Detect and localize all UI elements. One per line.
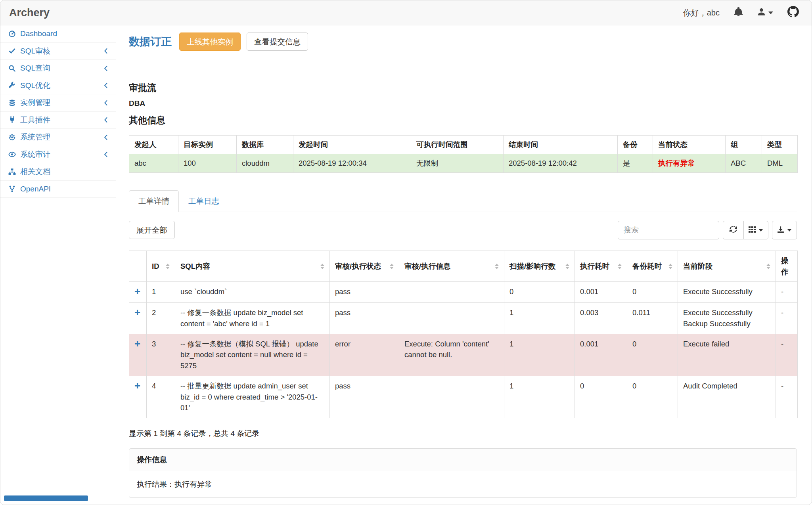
eye-icon xyxy=(8,151,20,158)
chevron-left-icon xyxy=(104,65,108,71)
chevron-left-icon xyxy=(104,48,108,54)
columns-button[interactable] xyxy=(743,221,768,239)
expand-row-button[interactable]: + xyxy=(134,339,140,349)
sort-icon xyxy=(320,264,324,269)
expand-all-button[interactable]: 展开全部 xyxy=(129,221,175,239)
cell-expand: + xyxy=(129,303,147,334)
caret-down-icon xyxy=(787,229,792,231)
col-header-id[interactable]: ID xyxy=(147,251,175,282)
cell-info xyxy=(399,376,504,418)
cell-action: - xyxy=(776,376,798,418)
cell-affected-rows: 1 xyxy=(504,334,575,376)
info-cell-initiator: abc xyxy=(129,154,178,172)
sidebar-item-tools-plugins[interactable]: 工具插件 xyxy=(0,112,116,129)
cell-sql: -- 修复一条数据 update biz_model set content =… xyxy=(175,303,330,334)
table-row: + 1 use `clouddm` pass 0 0.001 0 Execute… xyxy=(129,282,798,303)
cell-backup-time: 0 xyxy=(627,334,678,376)
chevron-left-icon xyxy=(104,117,108,123)
expand-row-button[interactable]: + xyxy=(134,286,140,296)
github-link[interactable] xyxy=(787,6,799,19)
check-icon xyxy=(8,47,20,55)
navbar-right: 你好，abc xyxy=(683,6,799,19)
sidebar-item-openapi[interactable]: OpenAPI xyxy=(0,181,116,198)
sql-header-row: ID SQL内容 审核/执行状态 审核/执行信息 扫描/影响行数 执行耗时 备份… xyxy=(129,251,798,282)
export-button[interactable] xyxy=(772,221,797,239)
sidebar-item-label: 系统管理 xyxy=(20,132,50,142)
info-cell-backup: 是 xyxy=(618,154,653,172)
tab-workorder-detail[interactable]: 工单详情 xyxy=(129,190,179,212)
tab-workorder-log[interactable]: 工单日志 xyxy=(179,190,229,212)
col-header-exec-time[interactable]: 执行耗时 xyxy=(575,251,627,282)
user-menu-button[interactable] xyxy=(757,8,773,18)
approval-flow-title: 审批流 xyxy=(129,82,797,94)
sort-icon xyxy=(390,264,394,269)
chevron-left-icon xyxy=(104,82,108,88)
main-content: 数据订正 上线其他实例 查看提交信息 审批流 DBA 其他信息 发起人 目标实例… xyxy=(116,25,812,505)
sort-icon xyxy=(495,264,499,269)
col-header-expand xyxy=(129,251,147,282)
cell-expand: + xyxy=(129,334,147,376)
notifications-button[interactable] xyxy=(734,7,743,18)
expand-row-button[interactable]: + xyxy=(134,381,140,391)
chevron-left-icon xyxy=(104,151,108,157)
col-header-backup-time[interactable]: 备份耗时 xyxy=(627,251,678,282)
sidebar-item-docs[interactable]: 相关文档 xyxy=(0,163,116,181)
info-data-row: abc 100 clouddm 2025-08-19 12:00:34 无限制 … xyxy=(129,154,798,172)
cell-info xyxy=(399,303,504,334)
wrench-icon xyxy=(8,82,20,89)
sort-icon xyxy=(166,264,170,269)
person-icon xyxy=(757,8,766,18)
cell-backup-time: 0 xyxy=(627,282,678,303)
info-col-exec-window: 可执行时间范围 xyxy=(411,136,504,154)
caret-down-icon xyxy=(768,11,773,14)
app-brand[interactable]: Archery xyxy=(9,7,50,19)
sidebar-item-label: OpenAPI xyxy=(20,185,51,193)
search-input[interactable] xyxy=(618,221,719,239)
info-header-row: 发起人 目标实例 数据库 发起时间 可执行时间范围 结束时间 备份 当前状态 组… xyxy=(129,136,798,154)
sidebar-item-sql-audit[interactable]: SQL审核 xyxy=(0,43,116,60)
cell-id: 2 xyxy=(147,303,175,334)
cell-exec-time: 0 xyxy=(575,376,627,418)
col-header-sql[interactable]: SQL内容 xyxy=(175,251,330,282)
sidebar-item-system-manage[interactable]: 系统管理 xyxy=(0,129,116,146)
col-header-status[interactable]: 审核/执行状态 xyxy=(330,251,399,282)
sidebar-item-label: 实例管理 xyxy=(20,98,50,108)
sidebar-item-instance-manage[interactable]: 实例管理 xyxy=(0,94,116,112)
export-icon xyxy=(777,226,784,234)
dashboard-icon xyxy=(8,30,20,38)
cell-expand: + xyxy=(129,376,147,418)
sidebar-item-system-audit[interactable]: 系统审计 xyxy=(0,146,116,164)
cell-affected-rows: 1 xyxy=(504,303,575,334)
table-toolbar: 展开全部 xyxy=(129,221,797,239)
cell-sql: -- 修复一条数据（模拟 SQL 报错） update biz_model se… xyxy=(175,334,330,376)
col-label: SQL内容 xyxy=(180,261,210,272)
refresh-button[interactable] xyxy=(723,221,744,239)
sidebar-item-sql-query[interactable]: SQL查询 xyxy=(0,60,116,77)
cell-info: Execute: Column 'content' cannot be null… xyxy=(399,334,504,376)
col-header-stage[interactable]: 当前阶段 xyxy=(678,251,776,282)
sidebar-item-dashboard[interactable]: Dashboard xyxy=(0,25,116,43)
sort-icon xyxy=(618,264,622,269)
sidebar-item-label: 系统审计 xyxy=(20,149,50,160)
col-label: 扫描/影响行数 xyxy=(509,261,555,272)
col-header-info[interactable]: 审核/执行信息 xyxy=(399,251,504,282)
view-submit-info-button[interactable]: 查看提交信息 xyxy=(247,33,308,51)
sidebar-item-label: 相关文档 xyxy=(20,166,50,177)
sidebar-item-label: 工具插件 xyxy=(20,115,50,125)
online-other-instance-button[interactable]: 上线其他实例 xyxy=(179,33,241,51)
col-label: 当前阶段 xyxy=(683,261,712,272)
info-cell-database: clouddm xyxy=(237,154,293,172)
columns-grid-icon xyxy=(749,226,756,234)
refresh-columns-group xyxy=(723,221,768,239)
cell-status: pass xyxy=(330,303,399,334)
info-col-backup: 备份 xyxy=(618,136,653,154)
sidebar-item-label: SQL审核 xyxy=(20,46,50,56)
table-row: + 4 -- 批量更新数据 update admin_user set biz_… xyxy=(129,376,798,418)
cell-info xyxy=(399,282,504,303)
info-cell-type: DML xyxy=(762,154,798,172)
info-col-target-instance: 目标实例 xyxy=(178,136,237,154)
user-greeting: 你好，abc xyxy=(683,8,720,18)
expand-row-button[interactable]: + xyxy=(134,307,140,318)
sidebar-item-sql-optimize[interactable]: SQL优化 xyxy=(0,77,116,95)
col-header-affected-rows[interactable]: 扫描/影响行数 xyxy=(504,251,575,282)
